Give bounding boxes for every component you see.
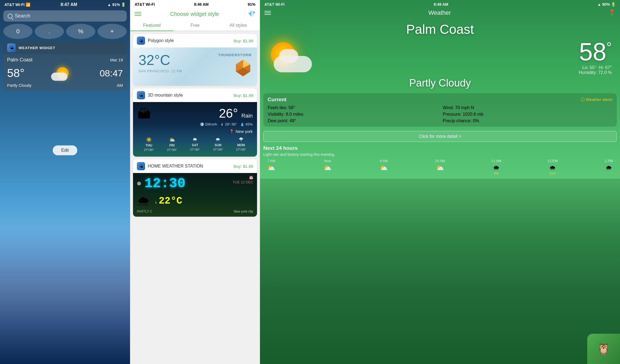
mountain-forecast: ☀️ THU 27°/30° ⛅ FRI 27°/30° 🌧 SAT 27°/3… [137, 137, 253, 151]
s3-hour-3: ⛅ [433, 164, 447, 175]
s3-feels-like: Feels like: 58° [268, 105, 437, 110]
mountain-card-body: 🏔 26° Rain 💨 20Km/h 🌡 29°-36° 💧 65% [133, 102, 257, 157]
calc-btn-pct[interactable]: % [66, 24, 95, 39]
s3-location-icon[interactable]: 📍 [608, 9, 616, 16]
forecast-mon: 🌩 MON 27°/30° [236, 137, 246, 151]
tabs-row: Featured Free All styles [130, 20, 260, 31]
menu-icon[interactable] [135, 11, 141, 17]
screen1-notification-center: AT&T Wi-Fi 📶 8:47 AM ▲ 91% 🔋 Search 0 . … [0, 0, 130, 364]
screen2-widget-chooser: AT&T Wi-Fi 8:46 AM 91% Choose widget sty… [130, 0, 260, 364]
mountain-app-icon: 🌤 [137, 91, 145, 99]
s3-menu-line-2 [264, 13, 271, 13]
s3-hourly-icons: ⛅ ⛅ ⛅ ⛅ 🌧 9% 🌧 11% [263, 164, 617, 175]
widget-temp: 58° [7, 67, 25, 80]
s3-menu-line-3 [264, 14, 271, 15]
s3-humidity: Humidity: 72.0 % [579, 70, 612, 75]
mountain-card-header: 🌤 3D mountain style Buy: $1.99 [133, 88, 257, 102]
tab-free[interactable]: Free [173, 20, 217, 31]
forecast-sun: 🌧 SUN 27°/30° [213, 137, 223, 151]
cloud-body [51, 73, 67, 81]
s3-hour-label-2: 9 AM [377, 159, 391, 163]
station-style-card[interactable]: 🌤 HOME WEATHER STATION Buy: $1.99 🕐 12:3… [133, 159, 257, 217]
s3-pressure: Pressure: 1020.6 mb [443, 112, 612, 117]
widget-header: 🌤 WEATHER WIDGET [3, 41, 127, 54]
station-card-title: HOME WEATHER STATION [148, 164, 203, 169]
station-date: TUE 12 DEC [233, 180, 253, 184]
forecast-sat: 🌧 SAT 27°/30° [190, 137, 200, 151]
mountain-card-price[interactable]: Buy: $1.99 [234, 93, 253, 98]
s3-cloud [274, 56, 312, 72]
s3-hourly-labels: 7 AM Now 9 AM 10 AM 11 AM 12 PM 1 PM [263, 159, 617, 163]
s3-big-temp: 58° [579, 40, 612, 64]
widget-clock-time: 08:47 [100, 68, 123, 79]
mountain-style-card[interactable]: 🌤 3D mountain style Buy: $1.99 🏔 26° Rai… [133, 88, 257, 157]
widget-title: WEATHER WIDGET [19, 46, 55, 50]
s3-hour-1: ⛅ [321, 164, 334, 175]
calc-btn-0[interactable]: 0 [3, 24, 33, 39]
station-card-price[interactable]: Buy: $1.99 [234, 164, 253, 169]
s3-current-title: Current [268, 97, 287, 103]
s3-hour-5: 🌧 11% [546, 164, 559, 175]
search-bar[interactable]: Search [3, 10, 127, 22]
mountain-card-title: 3D mountain style [148, 93, 183, 98]
s3-weather-alerts[interactable]: ⓘ Weather alerts [581, 97, 612, 102]
mountain-top-row: 🏔 26° Rain 💨 20Km/h 🌡 29°-36° 💧 65% [137, 106, 253, 128]
s3-menu-line-1 [264, 11, 271, 11]
widget-city: Palm Coast [7, 57, 33, 63]
station-card-body: 🕐 12:30 📅 TUE 12 DEC 🌧 🌡 22°C [133, 173, 257, 217]
calc-btn-plus[interactable]: + [98, 24, 127, 39]
mountain-temp-range: 🌡 29°-36° [220, 122, 237, 126]
mountain-header-left: 🌤 3D mountain style [137, 91, 183, 99]
s3-hour-label-3: 10 AM [433, 159, 447, 163]
time-s1: 8:47 AM [61, 2, 77, 7]
search-icon [8, 14, 13, 19]
station-card-header: 🌤 HOME WEATHER STATION Buy: $1.99 [133, 159, 257, 173]
s3-hour-label-4: 11 AM [489, 159, 503, 163]
grass-area: 🦉 [260, 179, 620, 364]
station-clock: 12:30 [144, 176, 185, 191]
arrow-icon-s3: ▲ [597, 2, 601, 7]
calculator-row: 0 . % + [3, 24, 127, 39]
time-s2: 8:46 AM [194, 2, 209, 7]
weather-widget-s1[interactable]: 🌤 WEATHER WIDGET Palm Coast Mar 19 58° 0… [3, 41, 127, 91]
polygon-gem-visual [234, 58, 253, 77]
coo-icon[interactable]: 🦉 [587, 334, 620, 364]
polygon-card-header: 🌤 Polygon style Buy: $1.99 [133, 34, 257, 47]
station-temp: 22°C [159, 195, 182, 207]
battery-s1: 91% [112, 2, 120, 7]
s3-app-header: Weather 📍 [260, 8, 620, 19]
s3-app-title: Weather [428, 9, 451, 16]
s3-temp-info: 58° Lo: 55° Hi: 67° Humidity: 72.0 % [579, 40, 612, 75]
s3-condition: Partly Cloudy [260, 75, 620, 91]
polygon-style-card[interactable]: 🌤 Polygon style Buy: $1.99 32°C THUNDERS… [133, 34, 257, 86]
edit-button[interactable]: Edit [53, 145, 77, 155]
widget-date: Mar 19 [110, 58, 123, 62]
calc-btn-dot[interactable]: . [35, 24, 64, 39]
widget-sun-visual [51, 65, 73, 81]
polygon-card-title: Polygon style [148, 38, 174, 43]
carrier-s3: AT&T Wi-Fi [264, 2, 285, 7]
tab-all-styles[interactable]: All styles [217, 20, 260, 31]
s3-hour-0: ⛅ [264, 164, 278, 175]
s3-current-section: Current ⓘ Weather alerts Feels like: 58°… [263, 93, 617, 127]
polygon-card-price[interactable]: Buy: $1.99 [234, 38, 253, 43]
status-bar-s1: AT&T Wi-Fi 📶 8:47 AM ▲ 91% 🔋 [0, 0, 130, 8]
s3-next24-title: Next 24 hours [263, 145, 617, 151]
search-label: Search [15, 13, 30, 19]
s3-hour-label-5: 12 PM [546, 159, 559, 163]
s3-dew-point: Dew point: 49° [268, 118, 437, 123]
carrier-s2: AT&T Wi-Fi [135, 2, 155, 7]
ocean-overlay [0, 228, 130, 364]
s3-city-name: Palm Coast [260, 19, 620, 37]
widget-cards-list: 🌤 Polygon style Buy: $1.99 32°C THUNDERS… [130, 31, 260, 364]
widget-app-icon: 🌤 [7, 43, 16, 52]
status-left-s1: AT&T Wi-Fi 📶 [4, 2, 30, 7]
s3-hour-6: 🌧 [602, 164, 616, 175]
mountain-humidity: 💧 65% [240, 122, 253, 126]
s3-menu-icon[interactable] [264, 10, 271, 16]
s3-detail-button[interactable]: Click for more detail > [263, 131, 617, 142]
widget-ampm: AM [117, 83, 123, 88]
menu-line-1 [135, 12, 141, 13]
battery-s3: 90% [602, 2, 610, 7]
tab-featured[interactable]: Featured [130, 20, 173, 31]
